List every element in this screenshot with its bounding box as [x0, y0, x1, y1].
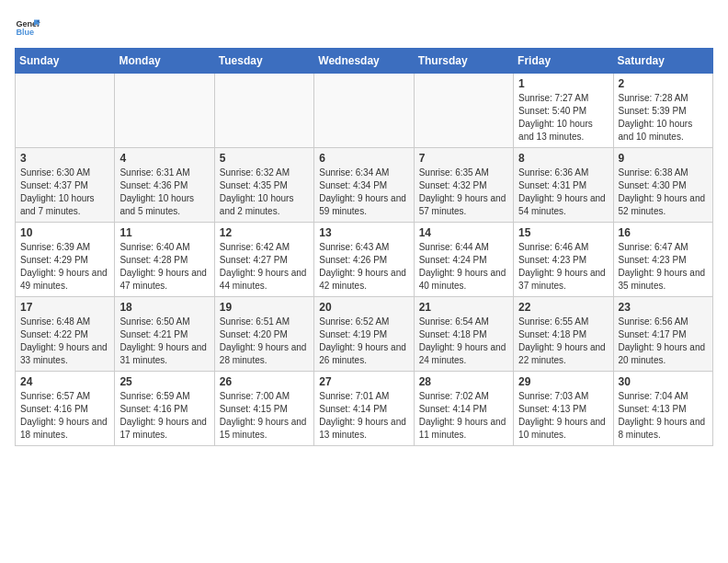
day-number: 25: [119, 375, 209, 388]
day-info: Sunrise: 6:51 AM Sunset: 4:20 PM Dayligh…: [220, 316, 309, 367]
calendar-cell: 7Sunrise: 6:35 AM Sunset: 4:32 PM Daylig…: [414, 148, 513, 223]
calendar-cell: 21Sunrise: 6:54 AM Sunset: 4:18 PM Dayli…: [414, 297, 513, 372]
calendar-cell: [115, 74, 214, 148]
day-number: 11: [119, 226, 209, 239]
day-info: Sunrise: 6:36 AM Sunset: 4:31 PM Dayligh…: [518, 167, 608, 218]
day-number: 7: [419, 152, 508, 165]
day-info: Sunrise: 6:35 AM Sunset: 4:32 PM Dayligh…: [419, 167, 508, 218]
day-info: Sunrise: 6:39 AM Sunset: 4:29 PM Dayligh…: [20, 241, 109, 293]
svg-text:Blue: Blue: [16, 28, 34, 37]
day-number: 17: [20, 301, 109, 314]
day-number: 23: [619, 301, 708, 314]
day-number: 14: [419, 226, 508, 239]
day-number: 3: [20, 152, 109, 165]
calendar-cell: 16Sunrise: 6:47 AM Sunset: 4:23 PM Dayli…: [613, 223, 712, 297]
calendar-cell: 1Sunrise: 7:27 AM Sunset: 5:40 PM Daylig…: [514, 74, 613, 148]
calendar-cell: 8Sunrise: 6:36 AM Sunset: 4:31 PM Daylig…: [514, 148, 613, 223]
logo: General Blue: [15, 15, 44, 40]
calendar-cell: 26Sunrise: 7:00 AM Sunset: 4:15 PM Dayli…: [214, 372, 313, 446]
weekday-header: Monday: [115, 49, 214, 74]
calendar-table: SundayMondayTuesdayWednesdayThursdayFrid…: [15, 48, 713, 446]
day-info: Sunrise: 6:54 AM Sunset: 4:18 PM Dayligh…: [419, 316, 508, 367]
day-info: Sunrise: 6:31 AM Sunset: 4:36 PM Dayligh…: [119, 167, 209, 218]
day-number: 16: [619, 226, 708, 239]
day-info: Sunrise: 7:04 AM Sunset: 4:13 PM Dayligh…: [619, 390, 708, 442]
calendar-cell: 3Sunrise: 6:30 AM Sunset: 4:37 PM Daylig…: [16, 148, 115, 223]
calendar-row: 10Sunrise: 6:39 AM Sunset: 4:29 PM Dayli…: [16, 223, 713, 297]
calendar-cell: 9Sunrise: 6:38 AM Sunset: 4:30 PM Daylig…: [613, 148, 712, 223]
weekday-header: Friday: [514, 49, 613, 74]
day-info: Sunrise: 7:28 AM Sunset: 5:39 PM Dayligh…: [619, 92, 708, 144]
calendar-row: 17Sunrise: 6:48 AM Sunset: 4:22 PM Dayli…: [16, 297, 713, 372]
day-number: 2: [619, 77, 708, 90]
day-info: Sunrise: 6:44 AM Sunset: 4:24 PM Dayligh…: [419, 241, 508, 293]
calendar-cell: [314, 74, 414, 148]
day-info: Sunrise: 6:57 AM Sunset: 4:16 PM Dayligh…: [20, 390, 109, 442]
day-number: 15: [518, 226, 608, 239]
day-number: 19: [220, 301, 309, 314]
calendar-row: 1Sunrise: 7:27 AM Sunset: 5:40 PM Daylig…: [16, 74, 713, 148]
day-info: Sunrise: 7:00 AM Sunset: 4:15 PM Dayligh…: [220, 390, 309, 442]
day-number: 30: [619, 375, 708, 388]
calendar-cell: [414, 74, 513, 148]
day-info: Sunrise: 7:03 AM Sunset: 4:13 PM Dayligh…: [518, 390, 608, 442]
day-info: Sunrise: 6:30 AM Sunset: 4:37 PM Dayligh…: [20, 167, 109, 218]
day-info: Sunrise: 6:34 AM Sunset: 4:34 PM Dayligh…: [319, 167, 408, 218]
day-info: Sunrise: 6:40 AM Sunset: 4:28 PM Dayligh…: [119, 241, 209, 293]
day-info: Sunrise: 6:50 AM Sunset: 4:21 PM Dayligh…: [119, 316, 209, 367]
day-info: Sunrise: 6:42 AM Sunset: 4:27 PM Dayligh…: [220, 241, 309, 293]
calendar-header: SundayMondayTuesdayWednesdayThursdayFrid…: [16, 49, 713, 74]
day-info: Sunrise: 7:01 AM Sunset: 4:14 PM Dayligh…: [319, 390, 408, 442]
calendar-cell: 29Sunrise: 7:03 AM Sunset: 4:13 PM Dayli…: [514, 372, 613, 446]
weekday-header: Wednesday: [314, 49, 414, 74]
day-info: Sunrise: 6:48 AM Sunset: 4:22 PM Dayligh…: [20, 316, 109, 367]
day-number: 21: [419, 301, 508, 314]
calendar-cell: [214, 74, 313, 148]
calendar-cell: 15Sunrise: 6:46 AM Sunset: 4:23 PM Dayli…: [514, 223, 613, 297]
calendar-cell: 2Sunrise: 7:28 AM Sunset: 5:39 PM Daylig…: [613, 74, 712, 148]
day-number: 22: [518, 301, 608, 314]
calendar-cell: 6Sunrise: 6:34 AM Sunset: 4:34 PM Daylig…: [314, 148, 414, 223]
day-number: 26: [220, 375, 309, 388]
calendar-cell: 22Sunrise: 6:55 AM Sunset: 4:18 PM Dayli…: [514, 297, 613, 372]
calendar-cell: 13Sunrise: 6:43 AM Sunset: 4:26 PM Dayli…: [314, 223, 414, 297]
day-number: 1: [518, 77, 608, 90]
calendar-cell: 20Sunrise: 6:52 AM Sunset: 4:19 PM Dayli…: [314, 297, 414, 372]
calendar-cell: 30Sunrise: 7:04 AM Sunset: 4:13 PM Dayli…: [613, 372, 712, 446]
day-info: Sunrise: 6:43 AM Sunset: 4:26 PM Dayligh…: [319, 241, 408, 293]
day-info: Sunrise: 7:02 AM Sunset: 4:14 PM Dayligh…: [419, 390, 508, 442]
day-info: Sunrise: 6:46 AM Sunset: 4:23 PM Dayligh…: [518, 241, 608, 293]
day-number: 18: [119, 301, 209, 314]
calendar-cell: 28Sunrise: 7:02 AM Sunset: 4:14 PM Dayli…: [414, 372, 513, 446]
day-number: 4: [119, 152, 209, 165]
calendar-cell: 23Sunrise: 6:56 AM Sunset: 4:17 PM Dayli…: [613, 297, 712, 372]
weekday-header: Thursday: [414, 49, 513, 74]
calendar-row: 3Sunrise: 6:30 AM Sunset: 4:37 PM Daylig…: [16, 148, 713, 223]
header-row: SundayMondayTuesdayWednesdayThursdayFrid…: [16, 49, 713, 74]
calendar-cell: 19Sunrise: 6:51 AM Sunset: 4:20 PM Dayli…: [214, 297, 313, 372]
day-number: 6: [319, 152, 408, 165]
day-number: 28: [419, 375, 508, 388]
header: General Blue: [15, 15, 713, 40]
calendar-cell: 5Sunrise: 6:32 AM Sunset: 4:35 PM Daylig…: [214, 148, 313, 223]
calendar-cell: [16, 74, 115, 148]
day-number: 13: [319, 226, 408, 239]
day-number: 20: [319, 301, 408, 314]
calendar-cell: 18Sunrise: 6:50 AM Sunset: 4:21 PM Dayli…: [115, 297, 214, 372]
calendar-cell: 12Sunrise: 6:42 AM Sunset: 4:27 PM Dayli…: [214, 223, 313, 297]
weekday-header: Saturday: [613, 49, 712, 74]
calendar-cell: 11Sunrise: 6:40 AM Sunset: 4:28 PM Dayli…: [115, 223, 214, 297]
day-number: 27: [319, 375, 408, 388]
day-number: 9: [619, 152, 708, 165]
day-info: Sunrise: 7:27 AM Sunset: 5:40 PM Dayligh…: [518, 92, 608, 144]
day-info: Sunrise: 6:47 AM Sunset: 4:23 PM Dayligh…: [619, 241, 708, 293]
day-info: Sunrise: 6:56 AM Sunset: 4:17 PM Dayligh…: [619, 316, 708, 367]
day-number: 5: [220, 152, 309, 165]
day-number: 12: [220, 226, 309, 239]
calendar-cell: 10Sunrise: 6:39 AM Sunset: 4:29 PM Dayli…: [16, 223, 115, 297]
logo-icon: General Blue: [15, 15, 40, 40]
weekday-header: Sunday: [16, 49, 115, 74]
day-number: 8: [518, 152, 608, 165]
calendar-cell: 24Sunrise: 6:57 AM Sunset: 4:16 PM Dayli…: [16, 372, 115, 446]
weekday-header: Tuesday: [214, 49, 313, 74]
